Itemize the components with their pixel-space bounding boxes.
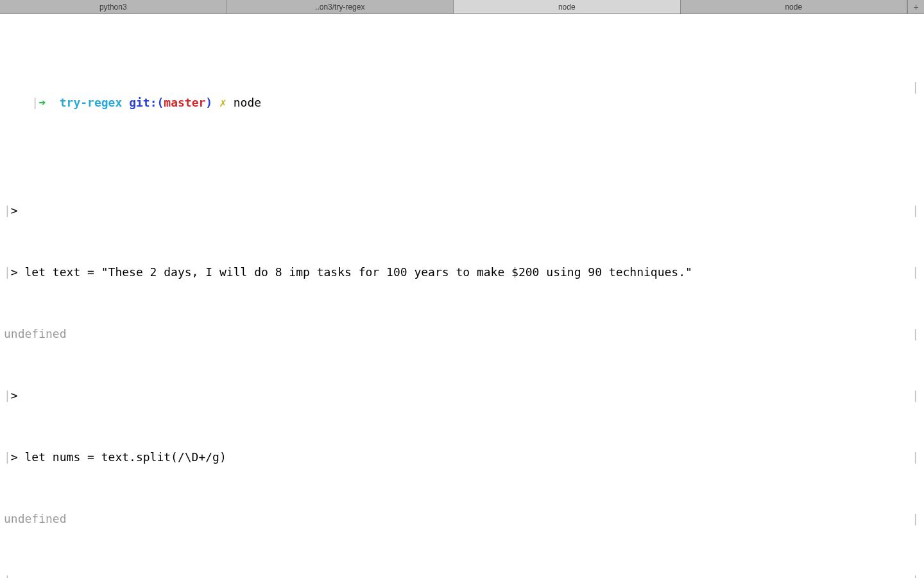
right-margin-bar: | [912,511,919,527]
right-margin-bar: | [912,573,919,578]
tab-python3[interactable]: python3 [0,0,227,13]
prompt-command: node [234,96,261,109]
tab-node-2[interactable]: node [681,0,908,13]
tab-label: python3 [99,0,127,15]
left-margin-bar: | [4,265,11,279]
plus-icon: + [913,0,918,15]
tab-label: node [785,0,802,15]
tab-label: node [558,0,576,15]
prompt-arrow-icon: ➜ [38,96,46,109]
repl-line: |> let nums = text.split(/\D+/g)| [4,450,919,465]
right-margin-bar: | [912,388,919,403]
right-margin-bar: | [912,80,919,95]
new-tab-button[interactable]: + [907,0,924,13]
repl-output: undefined| [4,511,919,527]
right-margin-bar: | [912,326,919,342]
shell-prompt-line: |➜ try-regex git:(master) ✗ node | [4,80,919,141]
repl-line: |>| [4,573,919,578]
undefined-output: undefined [4,327,67,340]
terminal-viewport[interactable]: |➜ try-regex git:(master) ✗ node | |>| |… [0,14,924,578]
repl-prompt: > [11,265,18,279]
repl-line: |> let text = "These 2 days, I will do 8… [4,265,919,280]
repl-prompt: > [11,450,18,464]
prompt-git-label: git:( [129,96,164,109]
repl-line: |>| [4,388,919,403]
prompt-git-branch: master [164,96,205,109]
prompt-dirty-icon: ✗ [219,96,227,109]
right-margin-bar: | [912,203,919,218]
left-margin-bar: | [31,96,38,109]
left-margin-bar: | [4,204,11,217]
code-text: let nums = text.split(/\D+/g) [18,450,227,464]
tab-label: ..on3/try-regex [315,0,364,15]
prompt-directory: try-regex [60,96,123,109]
repl-prompt: > [11,574,18,578]
right-margin-bar: | [912,450,919,465]
tab-bar: python3 ..on3/try-regex node node + [0,0,924,14]
repl-output: undefined| [4,326,919,342]
code-text: let text = "These 2 days, I will do 8 im… [18,265,692,279]
repl-prompt: > [11,204,18,217]
repl-line: |>| [4,203,919,218]
left-margin-bar: | [4,450,11,464]
tab-node-active[interactable]: node [454,0,681,13]
repl-prompt: > [11,389,18,402]
left-margin-bar: | [4,389,11,402]
prompt-git-close: ) [205,96,212,109]
right-margin-bar: | [912,265,919,280]
tab-try-regex[interactable]: ..on3/try-regex [227,0,454,13]
undefined-output: undefined [4,512,67,525]
left-margin-bar: | [4,574,11,578]
